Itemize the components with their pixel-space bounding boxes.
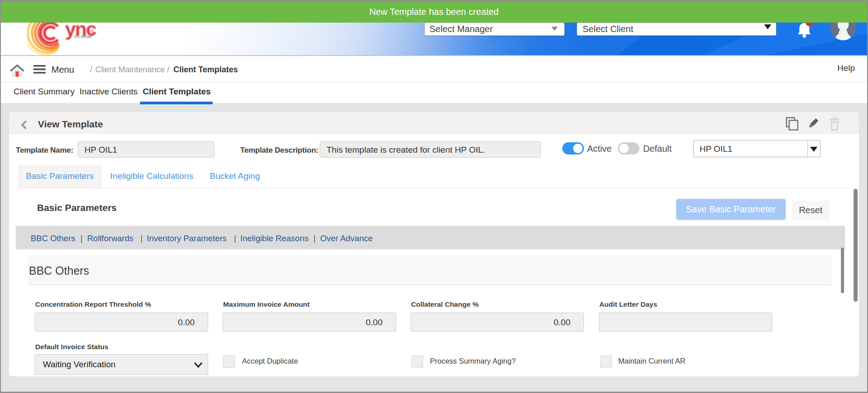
svg-text:It's Smart: It's Smart [74, 34, 92, 39]
